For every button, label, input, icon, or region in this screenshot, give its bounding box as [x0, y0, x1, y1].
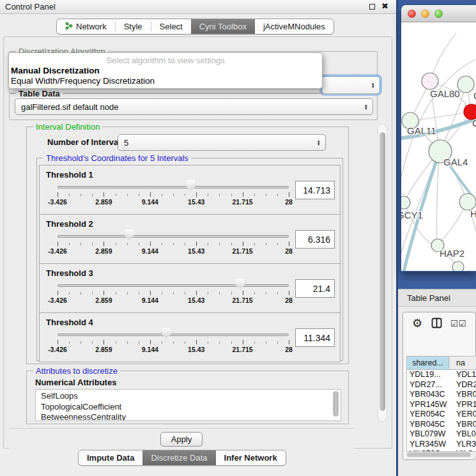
threshold-slider-track[interactable] [58, 284, 289, 287]
apply-bar: Apply [9, 428, 354, 449]
tab-label: jActiveMNodules [263, 22, 325, 31]
gear-icon[interactable]: ⚙ [412, 316, 422, 330]
table-row[interactable]: YLR345WYLR3 [407, 440, 476, 450]
table-panel-header: Table Panel [398, 289, 476, 307]
tab-style[interactable]: Style [116, 19, 151, 34]
node-label-gal80: GAL80 [430, 88, 460, 99]
slider-tick-labels: -3.4262.8599.14415.4321.71528 [58, 247, 289, 256]
scrollbar-thumb[interactable] [407, 452, 471, 457]
table-row[interactable]: YPR145WYPR1 [407, 400, 476, 410]
cell-name[interactable]: YER0 [449, 410, 476, 420]
table-row[interactable]: YER054CYER0 [407, 410, 476, 420]
cell-name[interactable]: YPR1 [449, 400, 476, 410]
combo-spinner-icon[interactable]: ▲▼ [371, 82, 375, 88]
attribute-item[interactable]: SelfLoops [41, 391, 332, 402]
cyni-toolbox-panel: Discretization Algorithm ▲▼ Select algor… [3, 36, 392, 449]
tab-label: Cyni Toolbox [199, 22, 247, 31]
column-header-name[interactable]: na [449, 357, 476, 369]
section-title: Attributes to discretize [33, 366, 120, 376]
cell-shared-name[interactable]: YLR345W [407, 440, 449, 450]
network-node[interactable] [457, 76, 474, 93]
attributes-list-scrollbar[interactable] [333, 391, 339, 417]
scrollbar-thumb[interactable] [380, 132, 385, 411]
node-table-card: ⚙ ☑☑ shared... na YDL19...YDL1YDR27...YD… [403, 312, 476, 460]
table-data-combobox[interactable]: galFiltered.sif default node ▲▼ [15, 98, 373, 115]
close-traffic-light-icon[interactable] [408, 10, 416, 18]
cell-shared-name[interactable]: YBR045C [407, 420, 449, 430]
combo-spinner-icon[interactable]: ▲▼ [364, 104, 368, 110]
menu-item-manual-discretization[interactable]: Manual Discretization [11, 66, 100, 75]
threshold-slider-handle[interactable] [186, 180, 196, 191]
cell-name[interactable]: YDR2 [449, 380, 476, 390]
table-horizontal-scrollbar[interactable] [406, 452, 476, 457]
table-row[interactable]: YDL19...YDL1 [407, 370, 476, 380]
bottom-tab-capsule: Impute Data Discretize Data Infer Networ… [78, 450, 286, 466]
combo-value: galFiltered.sif default node [21, 102, 118, 112]
cell-shared-name[interactable]: YBL079W [407, 429, 449, 440]
cell-shared-name[interactable]: YER054C [407, 410, 449, 420]
close-icon[interactable]: ✖ [381, 1, 388, 11]
threshold-label: Threshold 1 [46, 170, 93, 180]
columns-icon[interactable] [431, 318, 442, 331]
tab-network[interactable]: Network [57, 19, 115, 34]
column-header-shared-name[interactable]: shared... [407, 357, 449, 369]
cell-shared-name[interactable]: YBR043C [407, 390, 449, 400]
network-canvas[interactable]: GAL80 GAL11 GAL4 GCY1 HAP2 G C H [401, 22, 476, 271]
algorithm-combobox[interactable]: ▲▼ [321, 76, 380, 94]
table-row[interactable]: YBR043CYBR0 [407, 390, 476, 400]
network-window-titlebar[interactable] [401, 5, 476, 22]
network-node-gcy1[interactable] [401, 196, 410, 209]
threshold-slider-track[interactable] [58, 235, 289, 238]
threshold-value-field[interactable] [295, 230, 335, 249]
menu-item-equal-width-frequency[interactable]: Equal Width/Frequency Discretization [11, 76, 155, 86]
threshold-slider-handle[interactable] [125, 229, 134, 240]
apply-button[interactable]: Apply [160, 432, 203, 447]
tab-select[interactable]: Select [151, 19, 191, 34]
table-row[interactable]: YDR27...YDR2 [407, 380, 476, 390]
threshold-value-field[interactable] [295, 181, 335, 199]
cell-shared-name[interactable]: YDR27... [407, 380, 449, 390]
settings-scrollbar[interactable] [378, 124, 387, 422]
tab-jactivemnodules[interactable]: jActiveMNodules [255, 19, 334, 34]
network-node[interactable] [452, 261, 464, 271]
checkbox-icons[interactable]: ☑☑ [450, 319, 466, 328]
control-panel-titlebar: Control Panel ✖ [0, 0, 396, 14]
tab-infer-network[interactable]: Infer Network [216, 450, 286, 465]
cell-shared-name[interactable]: YPR145W [407, 400, 449, 410]
threshold-value-field[interactable] [295, 328, 335, 347]
tab-cyni-toolbox[interactable]: Cyni Toolbox [191, 19, 255, 34]
network-node-gal80[interactable] [422, 73, 438, 89]
threshold-slider-handle[interactable] [235, 279, 245, 289]
threshold-value-field[interactable] [295, 279, 335, 298]
table-panel-title: Table Panel [407, 293, 450, 303]
table-row[interactable]: YBL079WYBL0 [407, 429, 476, 440]
tab-impute-data[interactable]: Impute Data [79, 450, 142, 465]
slider-tick-labels: -3.4262.8599.14415.4321.71528 [58, 296, 289, 305]
cell-name[interactable]: YBL0 [449, 429, 476, 440]
cyni-bottom-tabbar: Impute Data Discretize Data Infer Networ… [0, 450, 396, 466]
combo-spinner-icon[interactable]: ▲▼ [317, 139, 321, 146]
cell-name[interactable]: YDL1 [449, 370, 476, 380]
threshold-slider-track[interactable] [58, 334, 289, 336]
float-window-icon[interactable] [369, 4, 375, 10]
threshold-slider-handle[interactable] [162, 328, 171, 339]
top-tab-capsule: Network Style Select Cyni Toolbox jActiv… [56, 19, 334, 35]
attribute-item[interactable]: BetweennessCentrality [41, 412, 332, 421]
cell-shared-name[interactable]: YDL19... [407, 370, 449, 380]
cell-name[interactable]: YLR3 [449, 440, 476, 450]
threshold-row: Threshold 1 -3.4262.8599.14415.4321.7152… [39, 165, 341, 215]
threshold-slider-track[interactable] [58, 186, 289, 188]
cell-name[interactable]: YBR0 [449, 420, 476, 430]
table-row[interactable]: YBR045CYBR0 [407, 420, 476, 430]
attributes-list[interactable]: SelfLoopsTopologicalCoefficientBetweenne… [35, 389, 341, 421]
number-of-intervals-combobox[interactable]: 5 ▲▼ [118, 134, 326, 151]
tab-discretize-data[interactable]: Discretize Data [142, 450, 215, 465]
tab-label: Discretize Data [151, 453, 207, 463]
minimize-traffic-light-icon[interactable] [421, 10, 429, 18]
attribute-item[interactable]: TopologicalCoefficient [41, 402, 332, 413]
zoom-traffic-light-icon[interactable] [434, 10, 443, 18]
slider-ticks [58, 242, 289, 247]
slider-tick-labels: -3.4262.8599.14415.4321.71528 [58, 198, 289, 207]
node-label-gcy1: GCY1 [401, 210, 423, 220]
cell-name[interactable]: YBR0 [449, 390, 476, 400]
